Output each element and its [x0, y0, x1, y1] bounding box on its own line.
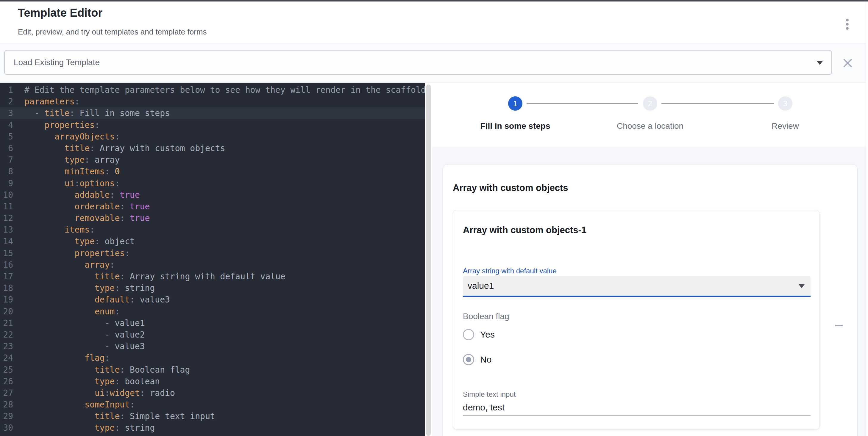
code-line-15[interactable]: 15 properties: [0, 247, 425, 259]
line-number: 22 [0, 329, 13, 340]
step-connector-1 [527, 103, 638, 104]
code-line-29[interactable]: 29 title: Simple text input [0, 410, 425, 422]
line-number: 13 [0, 224, 13, 236]
close-loader-button[interactable] [841, 56, 855, 70]
code-text: removable: true [24, 213, 150, 223]
array-item-title: Array with custom objects-1 [463, 225, 586, 236]
code-text: type: string [24, 423, 155, 433]
radio-unchecked-icon [463, 329, 474, 340]
code-text: flag: [24, 353, 110, 363]
stepper: 1 2 3 Fill in some steps Choose a locati… [432, 83, 866, 146]
code-line-19[interactable]: 19 default: value3 [0, 294, 425, 305]
line-number: 12 [0, 212, 13, 224]
more-options-button[interactable] [840, 16, 854, 32]
code-text: items: [24, 225, 95, 235]
line-number: 10 [0, 189, 13, 201]
step-3-number: 3 [783, 99, 787, 108]
line-number: 1 [0, 84, 13, 96]
step-1-label: Fill in some steps [480, 121, 550, 131]
code-line-22[interactable]: 22 - value2 [0, 329, 425, 340]
code-line-14[interactable]: 14 type: object [0, 236, 425, 247]
array-string-select[interactable]: value1 [463, 276, 811, 297]
code-text: # Edit the template parameters below to … [24, 85, 425, 95]
code-line-8[interactable]: 8 minItems: 0 [0, 166, 425, 177]
step-2-label: Choose a location [617, 121, 683, 131]
simple-text-input[interactable] [463, 399, 811, 416]
code-line-13[interactable]: 13 items: [0, 224, 425, 236]
code-line-11[interactable]: 11 orderable: true [0, 201, 425, 212]
yaml-code-editor[interactable]: 1# Edit the template parameters below to… [0, 83, 425, 436]
line-number: 6 [0, 142, 13, 154]
step-1-number: 1 [513, 99, 517, 108]
code-line-3[interactable]: 3 - title: Fill in some steps [0, 107, 425, 119]
radio-checked-icon [463, 354, 474, 365]
step-3-circle[interactable]: 3 [778, 96, 793, 111]
code-line-12[interactable]: 12 removable: true [0, 212, 425, 224]
line-number: 11 [0, 201, 13, 212]
code-line-10[interactable]: 10 addable: true [0, 189, 425, 201]
line-number: 21 [0, 317, 13, 329]
code-text: properties: [24, 248, 130, 258]
code-line-7[interactable]: 7 type: array [0, 154, 425, 166]
code-line-24[interactable]: 24 flag: [0, 352, 425, 364]
code-line-18[interactable]: 18 type: string [0, 282, 425, 294]
code-text: title: Array with custom objects [24, 143, 225, 153]
editor-scrollbar-thumb[interactable] [426, 85, 431, 436]
line-number: 23 [0, 340, 13, 352]
step-2-number: 2 [648, 99, 652, 108]
text-field-label: Simple text input [463, 390, 516, 399]
code-line-5[interactable]: 5 arrayObjects: [0, 131, 425, 142]
line-number: 30 [0, 422, 13, 434]
line-number: 25 [0, 364, 13, 376]
code-text: ui:widget: radio [24, 388, 175, 398]
step-2-circle[interactable]: 2 [643, 96, 657, 111]
code-text: properties: [24, 120, 100, 130]
code-text: enum: [24, 307, 120, 316]
step-1-circle[interactable]: 1 [508, 96, 522, 111]
line-number: 29 [0, 410, 13, 422]
load-existing-template-select[interactable]: Load Existing Template [4, 50, 832, 75]
radio-no-label: No [480, 355, 491, 365]
code-line-9[interactable]: 9 ui:options: [0, 177, 425, 189]
code-line-23[interactable]: 23 - value3 [0, 340, 425, 352]
code-line-17[interactable]: 17 title: Array string with default valu… [0, 271, 425, 282]
template-preview-panel: 1 2 3 Fill in some steps Choose a locati… [432, 83, 866, 436]
page-header: Template Editor Edit, preview, and try o… [0, 1, 868, 43]
code-text: addable: true [24, 190, 140, 200]
code-text: parameters: [24, 97, 80, 106]
code-line-28[interactable]: 28 someInput: [0, 399, 425, 410]
chevron-down-icon [816, 61, 823, 65]
code-line-27[interactable]: 27 ui:widget: radio [0, 387, 425, 399]
code-line-25[interactable]: 25 title: Boolean flag [0, 364, 425, 376]
page-title: Template Editor [18, 6, 102, 19]
line-number: 9 [0, 177, 13, 189]
radio-option-no[interactable]: No [463, 354, 491, 365]
code-text: someInput: [24, 400, 135, 409]
code-line-16[interactable]: 16 array: [0, 259, 425, 271]
line-number: 8 [0, 166, 13, 177]
page-subtitle: Edit, preview, and try out templates and… [18, 27, 207, 36]
line-number: 15 [0, 247, 13, 259]
remove-array-item-button[interactable] [831, 318, 846, 333]
radio-option-yes[interactable]: Yes [463, 329, 495, 340]
close-icon [843, 58, 853, 68]
line-number: 14 [0, 236, 13, 247]
code-line-6[interactable]: 6 title: Array with custom objects [0, 142, 425, 154]
code-text: default: value3 [24, 295, 170, 305]
code-line-30[interactable]: 30 type: string [0, 422, 425, 434]
code-line-4[interactable]: 4 properties: [0, 119, 425, 131]
code-line-21[interactable]: 21 - value1 [0, 317, 425, 329]
line-number: 18 [0, 282, 13, 294]
array-section-title: Array with custom objects [453, 182, 568, 194]
code-line-2[interactable]: 2parameters: [0, 96, 425, 107]
code-text: type: boolean [24, 376, 160, 386]
code-text: arrayObjects: [24, 132, 120, 141]
code-text: - value2 [24, 330, 145, 340]
line-number: 7 [0, 154, 13, 166]
code-line-20[interactable]: 20 enum: [0, 306, 425, 317]
code-line-1[interactable]: 1# Edit the template parameters below to… [0, 84, 425, 96]
step-connector-2 [661, 103, 774, 104]
code-text: type: object [24, 236, 135, 246]
code-line-26[interactable]: 26 type: boolean [0, 376, 425, 387]
code-text: orderable: true [24, 202, 150, 211]
